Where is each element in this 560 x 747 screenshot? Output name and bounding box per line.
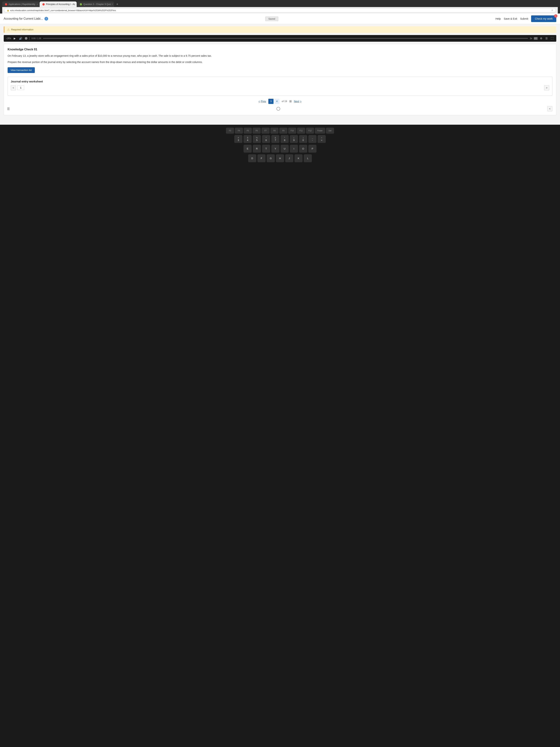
video-controls: ◁30s ▶ 🔊 0:00 / 1:30 1x CC ⚙ ☰ ⛶: [4, 35, 556, 42]
pause-bar-1: [7, 107, 8, 110]
submit-link[interactable]: Submit: [520, 17, 528, 20]
tab-principles[interactable]: 🔴 Principles of Accounting I - Ac ✕: [39, 1, 77, 7]
key-f4[interactable]: F4: [235, 128, 243, 134]
key-4[interactable]: $ 4: [243, 135, 252, 143]
worksheet-prev-arrow[interactable]: <: [11, 85, 16, 91]
key-f12[interactable]: F12: [306, 128, 314, 134]
tab-question[interactable]: 🟢 Question 3 - Chapter 9 Quiz: / ✕: [77, 1, 114, 7]
key-g-label: G: [270, 157, 272, 160]
new-tab-button[interactable]: +: [114, 2, 120, 7]
key-0-top: ): [303, 136, 303, 139]
key-5[interactable]: % 5: [253, 135, 261, 143]
key-9[interactable]: ( 9: [290, 135, 298, 143]
address-bar[interactable]: 🔒 ezto.mheducation.com/ext/map/index.htm…: [4, 8, 556, 12]
video-current-time: 0:00: [31, 37, 35, 40]
video-controls-right: 1x CC ⚙ ☰ ⛶: [530, 36, 554, 40]
key-5-top: %: [256, 136, 258, 139]
instruction-text: Prepare the revenue portion of the journ…: [7, 60, 553, 64]
tab-icon-applications: 🔴: [5, 3, 7, 5]
check-work-button[interactable]: Check my work 1: [531, 16, 556, 22]
key-6[interactable]: ^ 6: [262, 135, 270, 143]
key-i[interactable]: I: [290, 145, 298, 153]
video-time: 0:00 / 1:30: [31, 37, 41, 40]
help-link[interactable]: Help: [496, 17, 501, 20]
tab-close-applications[interactable]: ✕: [36, 3, 38, 5]
video-progress-bar[interactable]: [43, 38, 528, 39]
key-minus-top: _: [312, 136, 313, 139]
volume-knob[interactable]: [25, 37, 27, 40]
alert-bar: ⚠ Required information: [4, 26, 556, 33]
key-u-label: U: [284, 147, 285, 150]
page-content: Accounting for Current Liabi... i Saved …: [0, 14, 560, 125]
key-f10[interactable]: F10: [288, 128, 296, 134]
key-f7[interactable]: F7: [262, 128, 270, 134]
speed-badge[interactable]: 1x: [530, 37, 532, 40]
key-f5[interactable]: F5: [244, 128, 252, 134]
key-f3[interactable]: F3: [226, 128, 234, 134]
worksheet-next-arrow[interactable]: >: [544, 85, 549, 91]
worksheet-title: Journal entry worksheet: [11, 80, 549, 83]
play-button[interactable]: ▶: [13, 36, 17, 40]
key-del[interactable]: Del: [326, 128, 334, 134]
key-4-bottom: 4: [247, 139, 248, 141]
view-transaction-button[interactable]: View transaction list: [7, 67, 35, 73]
transcript-button[interactable]: ☰: [544, 36, 549, 40]
key-plus[interactable]: + =: [318, 135, 326, 143]
page-num-4[interactable]: 4: [274, 99, 279, 104]
key-j[interactable]: J: [285, 154, 293, 162]
key-9-top: (: [294, 136, 294, 139]
star-icon: ☆: [551, 9, 553, 11]
key-7-bottom: 7: [275, 139, 276, 141]
key-f8[interactable]: F8: [270, 128, 278, 134]
key-3-bottom: 3: [238, 139, 239, 141]
key-g[interactable]: G: [267, 154, 275, 162]
fullscreen-button[interactable]: ⛶: [550, 36, 554, 40]
key-7[interactable]: & 7: [271, 135, 279, 143]
key-r[interactable]: R: [253, 145, 261, 153]
key-3[interactable]: # 3: [234, 135, 242, 143]
key-0[interactable]: ) 0: [299, 135, 307, 143]
tab-close-principles[interactable]: ✕: [76, 3, 77, 5]
tab-applications[interactable]: 🔴 Applications | RapidIdentity ✕: [2, 1, 39, 7]
key-t[interactable]: T: [262, 145, 270, 153]
save-exit-link[interactable]: Save & Exit: [504, 17, 517, 20]
key-h[interactable]: H: [276, 154, 284, 162]
key-y[interactable]: Y: [271, 145, 279, 153]
key-3-top: #: [238, 136, 239, 139]
key-f[interactable]: F: [258, 154, 266, 162]
key-8[interactable]: * 8: [281, 135, 289, 143]
cc-badge[interactable]: CC: [534, 37, 538, 40]
video-area: ◁30s ▶ 🔊 0:00 / 1:30 1x CC ⚙ ☰ ⛶: [4, 35, 556, 42]
key-6-top: ^: [266, 136, 266, 139]
key-minus[interactable]: _ -: [308, 135, 317, 143]
of-text: of 19: [282, 100, 287, 103]
key-u[interactable]: U: [281, 145, 289, 153]
divider: [29, 37, 30, 40]
key-finder[interactable]: Finder: [315, 128, 325, 134]
side-collapse-arrow[interactable]: <: [547, 106, 553, 111]
volume-button[interactable]: 🔊: [18, 36, 23, 40]
prev-label: Prev: [261, 100, 266, 103]
key-f11[interactable]: F11: [297, 128, 305, 134]
key-l[interactable]: L: [304, 154, 312, 162]
key-y-label: Y: [275, 147, 276, 150]
tab-close-question[interactable]: ✕: [114, 3, 114, 5]
tab-icon-principles: 🔴: [42, 3, 45, 5]
key-f-label: F: [261, 157, 262, 160]
settings-button[interactable]: ⚙: [539, 36, 543, 40]
check-work-label: Check my work: [535, 17, 553, 20]
browser-chrome: 🔴 Applications | RapidIdentity ✕ 🔴 Princ…: [0, 0, 560, 14]
prev-button[interactable]: < Prev: [259, 100, 266, 103]
info-icon[interactable]: i: [45, 17, 48, 21]
key-p[interactable]: P: [308, 145, 317, 153]
key-f6[interactable]: F6: [252, 128, 261, 134]
key-d[interactable]: D: [248, 154, 256, 162]
next-button[interactable]: Next >: [294, 100, 301, 103]
key-o[interactable]: O: [299, 145, 307, 153]
page-num-3[interactable]: 3: [268, 99, 273, 104]
key-f9[interactable]: F9: [279, 128, 287, 134]
key-e[interactable]: E: [243, 145, 252, 153]
key-k[interactable]: K: [294, 154, 302, 162]
grid-icon[interactable]: ⊞: [289, 100, 292, 103]
question-text: On February 13, a jewelry store sells an…: [7, 54, 553, 58]
